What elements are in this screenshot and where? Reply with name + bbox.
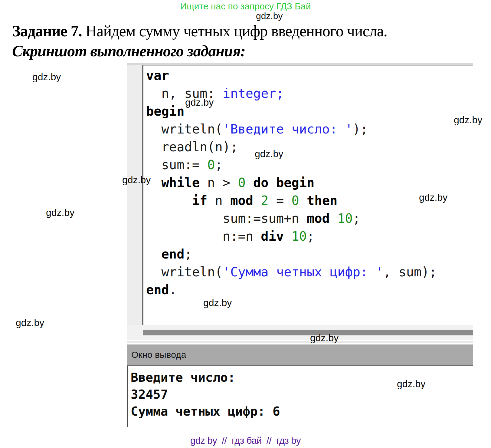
code-segment-plain: ); xyxy=(353,122,368,137)
code-segment-keyword: div xyxy=(261,229,284,244)
output-window-title: Окно вывода xyxy=(127,345,473,365)
code-segment-keyword: begin xyxy=(146,104,184,119)
code-line: end; xyxy=(146,245,437,263)
code-segment-keyword: do xyxy=(253,175,269,190)
output-window-body: Введите число:32457Сумма четных цифр: 6 xyxy=(127,366,472,427)
watermark: gdz.by xyxy=(255,148,283,160)
watermark: gdz.by xyxy=(419,192,447,203)
code-segment-plain: ; xyxy=(184,247,192,262)
code-segment-number: 0 xyxy=(207,157,215,172)
task-label: Задание 7. xyxy=(12,22,82,40)
watermark: gdz.by xyxy=(397,378,425,390)
code-segment-plain: ; xyxy=(307,229,314,244)
page: Ищите нас по запросу ГДЗ Бай gdz.by Зада… xyxy=(0,0,491,448)
code-segment-plain: n > xyxy=(200,175,238,190)
code-segment-number: 2 xyxy=(261,193,268,208)
code-line: var xyxy=(146,67,437,84)
code-segment-plain: n xyxy=(207,193,230,208)
code-segment-number: 0 xyxy=(291,193,299,208)
code-line: sum:= 0; xyxy=(146,156,437,174)
code-segment-type: integer; xyxy=(223,86,284,101)
code-segment-number: 0 xyxy=(238,175,245,190)
editor-top-border xyxy=(127,63,473,66)
code-line: sum:=sum+n mod 10; xyxy=(146,209,437,227)
code-segment-number: 10 xyxy=(291,229,307,244)
code-segment-keyword: mod xyxy=(307,211,330,226)
code-line: while n > 0 do begin xyxy=(146,174,437,192)
code-segment-plain: sum:=sum+n xyxy=(146,211,307,226)
top-watermark: gdz.by xyxy=(256,11,283,21)
editor-gutter-divider xyxy=(142,65,143,325)
watermark: gdz.by xyxy=(185,97,214,108)
code-segment-plain xyxy=(246,175,253,190)
watermark: gdz.by xyxy=(454,114,482,126)
watermark: gdz.by xyxy=(16,317,44,328)
code-segment-keyword: then xyxy=(307,193,337,208)
editor-gutter xyxy=(127,65,142,325)
code-segment-plain: readln(n); xyxy=(146,140,238,154)
watermark: gdz.by xyxy=(46,207,74,218)
task-title: Найдем сумму четных цифр введенного числ… xyxy=(82,22,387,40)
code-segment-plain: = xyxy=(269,193,292,208)
footer-text: gdz by // гдз бай // гдз by xyxy=(0,435,491,446)
code-segment-plain xyxy=(146,193,192,208)
code-segment-plain xyxy=(330,211,337,226)
scrollbar-thumb[interactable] xyxy=(143,330,473,335)
code-segment-plain: sum:= xyxy=(146,157,207,172)
output-window-header: Окно вывода xyxy=(127,344,473,366)
code-segment-keyword: begin xyxy=(276,175,314,190)
code-segment-plain: ; xyxy=(353,211,360,226)
code-segment-string: 'Введите число: ' xyxy=(223,122,353,137)
code-line: writeln('Введите число: '); xyxy=(146,120,437,138)
output-lines: Введите число:32457Сумма четных цифр: 6 xyxy=(131,369,472,420)
code-line: if n mod 2 = 0 then xyxy=(146,192,437,209)
task-subtitle: Скриншот выполненного задания: xyxy=(12,41,478,61)
watermark: gdz.by xyxy=(122,174,151,186)
code-segment-keyword: while xyxy=(162,175,200,190)
code-segment-keyword: mod xyxy=(230,193,253,208)
watermark: gdz.by xyxy=(310,332,339,344)
code-line: n:=n div 10; xyxy=(146,227,437,245)
task-heading: Задание 7. Найдем сумму четных цифр введ… xyxy=(12,21,478,61)
output-line: Сумма четных цифр: 6 xyxy=(131,403,472,420)
code-segment-keyword: if xyxy=(192,193,208,208)
code-segment-plain: ; xyxy=(215,157,223,172)
watermark: gdz.by xyxy=(32,71,61,83)
watermark: gdz.by xyxy=(203,297,232,308)
code-segment-keyword: var xyxy=(146,68,169,83)
code-line: writeln('Сумма четных цифр: ', sum); xyxy=(146,263,437,281)
code-segment-plain: n:=n xyxy=(146,229,261,244)
code-line: end. xyxy=(146,281,437,299)
panel-separator xyxy=(127,341,473,343)
code-segment-plain: . xyxy=(169,282,177,297)
promo-text: Ищите нас по запросу ГДЗ Бай xyxy=(0,1,491,12)
code-segment-keyword: end xyxy=(162,247,185,262)
code-segment-string: 'Сумма четных цифр: ' xyxy=(223,265,383,279)
code-line: readln(n); xyxy=(146,138,437,156)
code-segment-plain xyxy=(284,229,291,244)
code-segment-plain xyxy=(299,193,307,208)
code-segment-plain: writeln( xyxy=(146,265,223,279)
code-segment-keyword: end xyxy=(146,282,169,297)
code-segment-plain xyxy=(269,175,276,190)
code-segment-plain xyxy=(253,193,261,208)
code-segment-number: 10 xyxy=(337,211,353,226)
code-segment-plain: , sum); xyxy=(383,265,437,279)
code-segment-plain: writeln( xyxy=(146,122,223,137)
code-segment-plain xyxy=(146,247,162,262)
